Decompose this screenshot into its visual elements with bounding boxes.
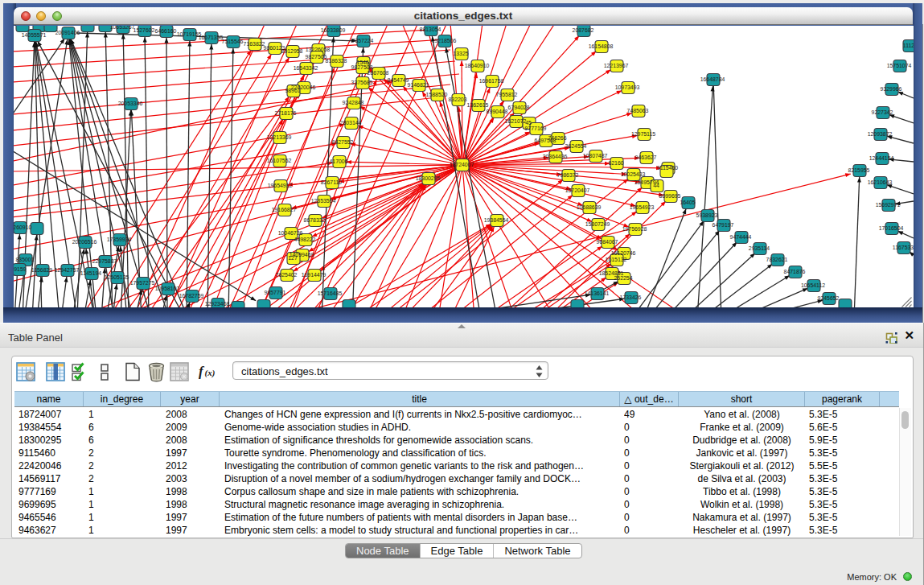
svg-text:9146821: 9146821 bbox=[408, 82, 429, 88]
svg-text:19654923: 19654923 bbox=[630, 204, 655, 210]
svg-text:10958107: 10958107 bbox=[155, 286, 180, 291]
svg-text:14055571: 14055571 bbox=[22, 32, 47, 38]
svg-text:12093872: 12093872 bbox=[868, 131, 893, 137]
svg-text:7515546: 7515546 bbox=[222, 39, 244, 44]
svg-text:15751074: 15751074 bbox=[887, 63, 912, 68]
svg-text:746266: 746266 bbox=[548, 135, 567, 141]
svg-text:12353594: 12353594 bbox=[311, 198, 336, 204]
svg-text:8427552: 8427552 bbox=[332, 139, 354, 145]
svg-text:8990448: 8990448 bbox=[487, 109, 508, 114]
svg-text:2718176: 2718176 bbox=[275, 110, 297, 116]
svg-text:9084067: 9084067 bbox=[597, 239, 618, 245]
svg-text:20053346: 20053346 bbox=[118, 101, 143, 106]
svg-text:12444154: 12444154 bbox=[869, 155, 894, 161]
svg-text:1527602: 1527602 bbox=[133, 27, 155, 33]
svg-text:8267110: 8267110 bbox=[321, 179, 342, 185]
svg-text:15692971: 15692971 bbox=[876, 202, 901, 208]
svg-text:15716485: 15716485 bbox=[318, 290, 343, 296]
svg-text:8912958: 8912958 bbox=[281, 48, 303, 54]
svg-text:3375685: 3375685 bbox=[351, 80, 373, 85]
svg-text:9857791: 9857791 bbox=[265, 290, 286, 295]
svg-text:14136141: 14136141 bbox=[585, 290, 610, 296]
svg-text:9827508: 9827508 bbox=[351, 64, 373, 70]
svg-text:9227342: 9227342 bbox=[872, 109, 893, 115]
svg-text:2087682: 2087682 bbox=[573, 27, 594, 33]
svg-text:20091406: 20091406 bbox=[55, 30, 80, 35]
svg-text:19166827: 19166827 bbox=[272, 207, 297, 212]
svg-text:9329966: 9329966 bbox=[881, 86, 902, 92]
svg-text:8215955: 8215955 bbox=[848, 167, 870, 173]
svg-text:10025433: 10025433 bbox=[621, 171, 646, 177]
svg-text:7625402: 7625402 bbox=[276, 272, 298, 278]
svg-text:1733426: 1733426 bbox=[620, 295, 642, 300]
svg-text:22975887: 22975887 bbox=[92, 258, 117, 264]
svg-text:16543342: 16543342 bbox=[294, 65, 318, 71]
svg-text:62160: 62160 bbox=[608, 160, 623, 166]
svg-text:16961758: 16961758 bbox=[479, 78, 504, 84]
svg-text:16914479: 16914479 bbox=[302, 272, 326, 278]
svg-text:8813054: 8813054 bbox=[420, 27, 441, 32]
svg-text:9777169: 9777169 bbox=[525, 126, 547, 131]
svg-text:1588520: 1588520 bbox=[426, 92, 448, 97]
svg-text:7485063: 7485063 bbox=[627, 108, 649, 113]
svg-text:(x): (x) bbox=[205, 368, 216, 378]
svg-text:12213369: 12213369 bbox=[267, 134, 292, 140]
svg-text:16648784: 16648784 bbox=[700, 76, 725, 82]
svg-text:1167533: 1167533 bbox=[893, 245, 914, 250]
svg-text:16405: 16405 bbox=[680, 200, 695, 205]
svg-text:98961: 98961 bbox=[285, 88, 300, 93]
svg-text:7986372: 7986372 bbox=[557, 172, 579, 178]
svg-text:9463627: 9463627 bbox=[635, 154, 657, 160]
svg-text:15720407: 15720407 bbox=[565, 187, 590, 193]
svg-text:417006: 417006 bbox=[330, 159, 348, 164]
svg-text:19384554: 19384554 bbox=[484, 217, 509, 223]
svg-text:19218506: 19218506 bbox=[432, 38, 457, 43]
svg-text:8678332: 8678332 bbox=[304, 217, 326, 223]
svg-text:8099695: 8099695 bbox=[659, 193, 681, 199]
svg-text:4498222: 4498222 bbox=[294, 237, 316, 242]
svg-text:127: 127 bbox=[288, 255, 298, 261]
svg-text:9242848: 9242848 bbox=[343, 100, 364, 105]
svg-text:18724007: 18724007 bbox=[450, 162, 474, 167]
svg-text:44: 44 bbox=[653, 183, 659, 188]
svg-text:9245652: 9245652 bbox=[818, 295, 840, 301]
svg-text:7357224: 7357224 bbox=[352, 38, 374, 43]
svg-text:20206516: 20206516 bbox=[72, 239, 97, 245]
svg-text:10046736: 10046736 bbox=[278, 230, 303, 236]
svg-text:7832621: 7832621 bbox=[766, 257, 788, 262]
svg-text:2935114: 2935114 bbox=[749, 245, 770, 251]
svg-text:1621072: 1621072 bbox=[505, 118, 527, 124]
svg-text:9827506: 9827506 bbox=[306, 54, 327, 60]
svg-text:9474444: 9474444 bbox=[730, 234, 752, 240]
svg-text:16033809: 16033809 bbox=[321, 27, 346, 33]
svg-text:10654112: 10654112 bbox=[801, 282, 825, 288]
svg-text:10973493: 10973493 bbox=[615, 84, 640, 90]
svg-text:12505135: 12505135 bbox=[105, 274, 129, 280]
svg-text:16120746: 16120746 bbox=[611, 250, 636, 256]
svg-text:835001: 835001 bbox=[16, 257, 35, 262]
svg-text:10653267: 10653267 bbox=[110, 26, 135, 30]
svg-text:13226058: 13226058 bbox=[306, 47, 331, 52]
svg-text:2803144: 2803144 bbox=[340, 120, 362, 126]
svg-text:26260910: 26260910 bbox=[14, 225, 31, 230]
svg-text:19756928: 19756928 bbox=[622, 226, 647, 232]
svg-text:20364436: 20364436 bbox=[543, 154, 568, 159]
svg-text:8186328: 8186328 bbox=[326, 58, 347, 64]
svg-text:1615132: 1615132 bbox=[606, 257, 627, 262]
svg-text:1112: 1112 bbox=[903, 43, 914, 48]
svg-text:5938923: 5938923 bbox=[696, 212, 718, 218]
svg-text:12975115: 12975115 bbox=[631, 131, 655, 137]
svg-text:1145194: 1145194 bbox=[80, 270, 101, 276]
svg-text:16210643: 16210643 bbox=[868, 179, 893, 185]
svg-text:8454749: 8454749 bbox=[388, 77, 409, 83]
svg-text:3624554: 3624554 bbox=[565, 143, 587, 149]
svg-text:16154808: 16154808 bbox=[589, 43, 614, 49]
svg-text:10688639: 10688639 bbox=[577, 204, 602, 210]
svg-text:17016504: 17016504 bbox=[879, 225, 904, 231]
svg-text:12213967: 12213967 bbox=[604, 63, 629, 68]
svg-text:252254: 252254 bbox=[614, 275, 633, 281]
svg-text:12942757: 12942757 bbox=[55, 267, 80, 273]
svg-text:18300295: 18300295 bbox=[416, 175, 441, 181]
svg-text:6479197: 6479197 bbox=[713, 222, 734, 228]
svg-text:17359934: 17359934 bbox=[107, 237, 132, 242]
